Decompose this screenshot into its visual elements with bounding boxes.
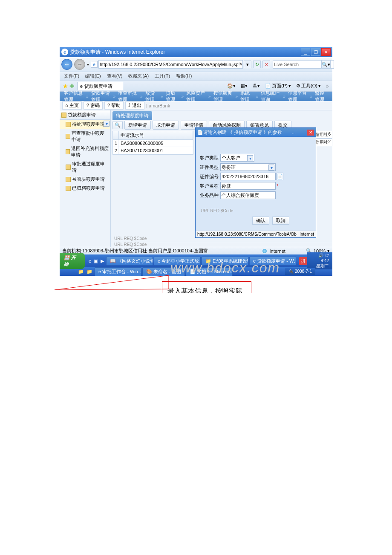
- dialog-close-button[interactable]: ✕: [307, 130, 314, 136]
- ime-icon[interactable]: 拼: [299, 257, 307, 265]
- menu-view[interactable]: 查看(V): [104, 72, 125, 80]
- page-menu[interactable]: 📄页面(P)▾: [263, 81, 293, 90]
- quick-launch-media-icon[interactable]: ▶: [99, 258, 105, 264]
- dialog-title: 请输入创建 《 授信额度申请 》的参数: [203, 129, 282, 136]
- taskbar-item[interactable]: e审批工作台 - Win…: [95, 267, 141, 276]
- back-button[interactable]: ←: [61, 59, 72, 70]
- nav-platform[interactable]: 信息平台管理: [286, 90, 309, 103]
- folder-icon: [66, 149, 70, 154]
- nav-history-dropdown[interactable]: ▾: [87, 62, 89, 67]
- start-button[interactable]: 🪟 开始: [60, 253, 85, 269]
- cust-type-select[interactable]: 个人客户: [220, 154, 254, 162]
- url-input[interactable]: [98, 60, 243, 69]
- nav-stats[interactable]: 信息统计查询: [259, 90, 282, 103]
- tab-page-icon: e: [80, 84, 83, 89]
- content-tab[interactable]: 待处理额度申请: [112, 111, 152, 120]
- grid-header: 申请流水号: [119, 131, 193, 139]
- sidebar-item-approved[interactable]: 审批通过额度申请: [60, 159, 110, 175]
- ok-button[interactable]: 确认: [252, 217, 269, 225]
- ie-status-bar: 当前机构:11089903-鄂州市鄂城区信用社 当前用户是:G000104-童国…: [60, 247, 332, 254]
- quick-launch-icon[interactable]: 📁: [77, 269, 85, 275]
- dialog-icon: 📄: [197, 130, 203, 135]
- page-icon: e: [91, 61, 98, 68]
- help-button[interactable]: ? 帮助: [104, 101, 124, 110]
- forward-button[interactable]: →: [74, 59, 85, 70]
- feeds-icon[interactable]: ▦▾: [239, 82, 250, 90]
- menu-tools[interactable]: 工具(T): [152, 72, 173, 80]
- print-icon[interactable]: 🖶▾: [251, 82, 262, 90]
- minimize-button[interactable]: _: [301, 48, 310, 56]
- window-title: 贷款额度申请 - Windows Internet Explorer: [70, 49, 165, 56]
- cert-type-select[interactable]: 身份证: [220, 163, 276, 171]
- nav-loan-apply[interactable]: 贷款申请管理: [89, 90, 112, 103]
- menu-file[interactable]: 文件(F): [61, 72, 82, 80]
- globe-icon: [262, 249, 267, 253]
- sidebar-item-rejected[interactable]: 被否决额度申请: [60, 175, 110, 184]
- content-url-req: URL REQ $Code: [114, 236, 329, 241]
- app-nav: 客户信息管理» 贷款申请管理» 审查审批管理» 放贷管理» 贷后管理» 风险资产…: [60, 92, 332, 101]
- cert-lookup-button[interactable]: 📄: [277, 173, 283, 180]
- favorites-star-icon[interactable]: ★: [63, 83, 68, 90]
- sidebar-item-pending[interactable]: 待处理额度申请: [60, 120, 110, 129]
- dialog-more[interactable]: ...: [292, 130, 296, 135]
- window-titlebar: e 贷款额度申请 - Windows Internet Explorer _ ❐…: [60, 47, 332, 57]
- content-area: 待处理额度申请 🔍 新增申请 取消申请 申请详情 自动风险探测 签署意见 提交 …: [111, 110, 332, 247]
- home-nav-button[interactable]: ⌂ 主页: [62, 101, 82, 110]
- nav-customer[interactable]: 客户信息管理: [62, 90, 85, 103]
- brand-label: | amarBank: [146, 103, 170, 108]
- nav-monitor[interactable]: 监控管理: [313, 90, 330, 103]
- nav-risk[interactable]: 风险资产管理: [184, 90, 208, 103]
- cancel-apply-button[interactable]: 取消申请: [153, 121, 179, 130]
- menu-help[interactable]: 帮助(H): [173, 72, 194, 80]
- main-area: 贷款额度申请 待处理额度申请 审查审批中额度申请 退回补充资料额度申请 审批通过…: [60, 110, 332, 247]
- tools-menu[interactable]: ⚙工具(O)▾: [294, 81, 323, 90]
- new-apply-button[interactable]: 新增申请: [124, 121, 151, 130]
- nav-disburse[interactable]: 放贷管理: [144, 90, 160, 103]
- maximize-button[interactable]: ❐: [311, 48, 320, 56]
- logout-button[interactable]: ⤴ 退出: [125, 101, 144, 110]
- menu-favorites[interactable]: 收藏夹(A): [126, 72, 151, 80]
- menu-bar: 文件(F) 编辑(E) 查看(V) 收藏夹(A) 工具(T) 帮助(H): [60, 72, 332, 81]
- quick-launch-desktop-icon[interactable]: ▣: [92, 258, 99, 264]
- nav-postloan[interactable]: 贷后管理: [164, 90, 181, 103]
- biz-input[interactable]: 个人综合授信额度: [220, 191, 276, 199]
- stop-button[interactable]: ✕: [262, 61, 270, 68]
- refresh-button[interactable]: ↻: [253, 61, 261, 68]
- cust-name-input[interactable]: 孙彦: [220, 182, 276, 190]
- sidebar-item-archived[interactable]: 已归档额度申请: [60, 184, 110, 193]
- browser-tab[interactable]: e 贷款额度申请: [77, 82, 123, 90]
- sidebar-item-reviewing[interactable]: 审查审批中额度申请: [60, 129, 110, 144]
- table-row[interactable]: 2BA20071023000001: [113, 147, 193, 154]
- url-dropdown[interactable]: ▾: [244, 61, 251, 68]
- nav-credit[interactable]: 授信额度管理: [212, 90, 235, 103]
- system-tray[interactable]: 🔊 🛡 9:42 星期二: [307, 252, 332, 269]
- nav-system[interactable]: 系统管理: [239, 90, 255, 103]
- modal-url-req: URL REQ $Code: [198, 201, 313, 215]
- callout-box: 录入基本信息，按照实际贷款方式选择。单击保存。开始录入担保信息。: [162, 281, 251, 293]
- globe-icon: [298, 232, 298, 237]
- home-icon[interactable]: 🏠▾: [225, 82, 238, 90]
- quick-launch-icon[interactable]: 📁: [85, 269, 94, 275]
- add-favorites-icon[interactable]: ✚: [69, 83, 75, 90]
- sidebar: 贷款额度申请 待处理额度申请 审查审批中额度申请 退回补充资料额度申请 审批通过…: [60, 110, 111, 247]
- quick-launch-ie-icon[interactable]: e: [87, 258, 92, 263]
- sidebar-head[interactable]: 贷款额度申请: [60, 110, 110, 120]
- search-button[interactable]: 🔍▾: [321, 60, 331, 69]
- password-button[interactable]: ? 密码: [84, 101, 103, 110]
- status-org: 当前机构:11089903-鄂州市鄂城区信用社 当前用户是:G000104-童国…: [62, 248, 208, 254]
- table-row[interactable]: 1BA20080626000005: [113, 140, 193, 147]
- nav-approval[interactable]: 审查审批管理: [116, 90, 139, 103]
- close-button[interactable]: ✕: [321, 48, 331, 56]
- ie-icon: e: [61, 49, 68, 55]
- refresh-list-button[interactable]: 🔍: [112, 121, 123, 129]
- overflow-icon[interactable]: »: [324, 82, 331, 90]
- sidebar-item-returned[interactable]: 退回补充资料额度申请: [60, 144, 110, 159]
- taskbar-item[interactable]: 📖《网络玄幻小说合…: [106, 257, 153, 266]
- cert-no-input[interactable]: 420222196802023316: [220, 173, 276, 180]
- content-url-req-2: URL REQ $Code: [111, 242, 332, 247]
- cert-no-label: 证件编号: [198, 173, 220, 180]
- dialog-titlebar[interactable]: 📄 请输入创建 《 授信额度申请 》的参数 ... ✕: [196, 128, 316, 137]
- system-tray-2: 🔌 2008-7-1: [285, 268, 315, 275]
- menu-edit[interactable]: 编辑(E): [83, 72, 104, 80]
- cancel-button[interactable]: 取消: [272, 217, 289, 225]
